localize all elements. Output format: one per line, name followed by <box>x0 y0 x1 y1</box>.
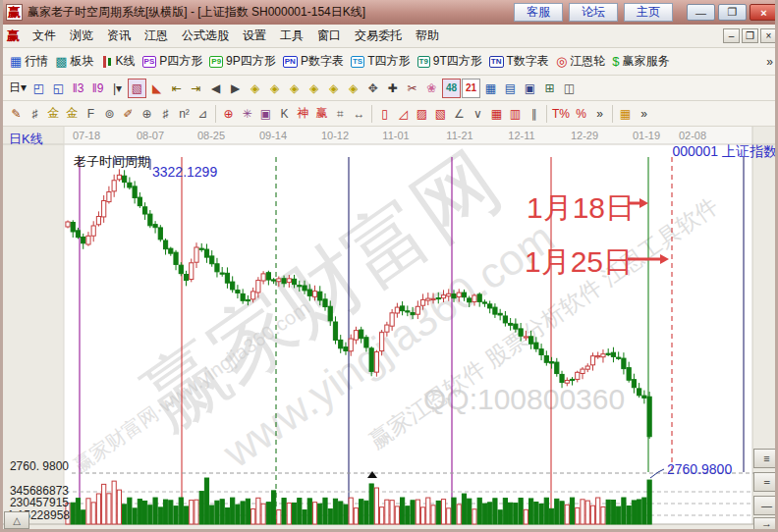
overlay-window-icon[interactable]: ◰ <box>29 79 48 98</box>
shen-tool-icon[interactable]: 神 <box>294 104 312 124</box>
menu-item-tools[interactable]: 工具 <box>273 26 310 46</box>
gann-wheel-button[interactable]: ◎江恩轮 <box>553 51 608 73</box>
menu-item-gann[interactable]: 江恩 <box>138 26 175 46</box>
export-icon[interactable]: ⊞ <box>540 79 559 98</box>
gold-grid-1-icon[interactable]: 金 <box>44 104 63 124</box>
service-button[interactable]: 客服 <box>514 3 563 22</box>
prev-bar-icon[interactable]: ◀ <box>206 79 225 98</box>
spiral-icon[interactable]: ⊚ <box>100 104 119 124</box>
menu-item-settings[interactable]: 设置 <box>236 26 273 46</box>
menu-item-file[interactable]: 文件 <box>26 26 63 46</box>
mdi-restore-button[interactable]: ❐ <box>742 28 758 43</box>
menu-item-help[interactable]: 帮助 <box>409 26 446 46</box>
diamond-shift-left-icon[interactable]: ◈ <box>246 79 264 98</box>
diamond-v-expand-icon[interactable]: ◈ <box>324 79 343 98</box>
gold-grid-2-icon[interactable]: 金 <box>63 104 82 124</box>
forum-button[interactable]: 论坛 <box>569 3 618 22</box>
percent-line-icon[interactable]: % <box>572 104 590 124</box>
yellow-grid-icon[interactable]: ▦ <box>616 104 635 124</box>
next-bar-icon[interactable]: ▶ <box>226 79 245 98</box>
n-square-icon[interactable]: n² <box>175 104 194 124</box>
notepad-icon[interactable]: ▤ <box>501 79 520 98</box>
t-number-table-button[interactable]: TNT数字表 <box>486 51 552 73</box>
pane-arrow-button[interactable]: → <box>753 517 778 530</box>
k-mark-icon[interactable]: K <box>275 104 294 124</box>
width-adjust-icon[interactable]: ↔ <box>350 104 368 124</box>
toolbar1-overflow[interactable]: » <box>762 55 777 69</box>
grid48-icon[interactable]: 48 <box>442 79 461 98</box>
red-grid-icon[interactable]: ▦ <box>487 104 506 124</box>
volume-bar <box>482 504 486 524</box>
first-bar-icon[interactable]: ⇤ <box>167 79 186 98</box>
red-circle-cross-icon[interactable]: ⊕ <box>219 104 238 124</box>
mdi-close-button[interactable]: × <box>760 28 777 43</box>
t-square-button[interactable]: TST四方形 <box>348 51 414 73</box>
user-data-icon[interactable]: ◫ <box>560 79 579 98</box>
restore-button[interactable]: ❐ <box>718 4 747 21</box>
p-number-table-button[interactable]: PNP数字表 <box>280 51 347 73</box>
ying-tool-icon[interactable]: 赢 <box>312 104 331 124</box>
circle-cross-icon[interactable]: ⊕ <box>138 104 156 124</box>
grid-9-icon[interactable]: ‖9 <box>88 79 107 98</box>
pane-split-3-button[interactable]: ≡ <box>753 449 778 468</box>
diamond-shift-right-icon[interactable]: ◈ <box>265 79 284 98</box>
diamond-h-expand-icon[interactable]: ◈ <box>285 79 304 98</box>
drag-hand-icon[interactable]: ✥ <box>363 79 382 98</box>
kline-button[interactable]: K线 <box>98 51 139 73</box>
minimize-button[interactable]: — <box>687 4 715 21</box>
hatch-icon[interactable]: ♯ <box>156 104 175 124</box>
red-grid-box-icon[interactable]: ▨ <box>413 104 431 124</box>
trend-angle-icon[interactable]: ∠ <box>450 104 469 124</box>
toolbar3-overflow-2[interactable]: » <box>635 104 653 124</box>
toolbar3-overflow-1[interactable]: » <box>590 104 609 124</box>
flower-tool-icon[interactable]: ❀ <box>422 79 441 98</box>
sectors-button[interactable]: ▩板块 <box>52 51 96 73</box>
pen-tool-icon[interactable]: ✎ <box>7 104 26 124</box>
highlight-tool-icon[interactable]: ▧ <box>128 79 146 98</box>
quotes-button[interactable]: ▦行情 <box>7 51 51 73</box>
menu-item-news[interactable]: 资讯 <box>100 26 138 46</box>
menu-item-trade[interactable]: 交易委托 <box>348 26 409 46</box>
candle-style-dropdown[interactable]: |▾ <box>108 79 127 98</box>
v-shape-icon[interactable]: ∨ <box>469 104 487 124</box>
color-kline-icon[interactable]: ◣ <box>147 79 166 98</box>
angle-tool-icon[interactable]: ⊿ <box>194 104 212 124</box>
red-box-lines-icon[interactable]: ▧ <box>431 104 450 124</box>
crosshair-icon[interactable]: ✚ <box>383 79 402 98</box>
9t-square-button[interactable]: T99T四方形 <box>415 51 485 73</box>
f-grid-icon[interactable]: F <box>82 104 100 124</box>
period-day-dropdown[interactable]: 日▾ <box>7 79 28 98</box>
last-bar-icon[interactable]: ⇥ <box>187 79 205 98</box>
diamond-h-shrink-icon[interactable]: ◈ <box>305 79 323 98</box>
winner-service-button[interactable]: $赢家服务 <box>609 51 672 73</box>
info-panel-icon[interactable]: ◱ <box>49 79 68 98</box>
save-icon[interactable]: ▣ <box>521 79 539 98</box>
calculator-icon[interactable]: ▦ <box>481 79 500 98</box>
menu-item-window[interactable]: 窗口 <box>310 26 348 46</box>
calendar-21-icon[interactable]: 21 <box>462 79 480 98</box>
mdi-minimize-button[interactable]: – <box>723 28 740 43</box>
home-button[interactable]: 主页 <box>624 3 673 22</box>
box-frame-icon[interactable]: ▯ <box>375 104 394 124</box>
pane-split-2-button[interactable]: ＝ <box>753 472 778 492</box>
chart-canvas[interactable]: 日K线07-1808-0708-2509-1410-1211-0111-2112… <box>3 127 778 532</box>
grid-123-icon[interactable]: ⌗ <box>331 104 350 124</box>
expand-corner-button[interactable]: △ <box>4 511 29 529</box>
red-grid2-icon[interactable]: ▥ <box>506 104 525 124</box>
parallel-lines-icon[interactable]: ∥ <box>525 104 543 124</box>
cut-tool-icon[interactable]: ✂ <box>403 79 421 98</box>
menu-item-browse[interactable]: 浏览 <box>63 26 100 46</box>
pane-split-1-button[interactable]: — <box>753 496 778 515</box>
t-percent-icon[interactable]: T% <box>550 104 572 124</box>
starburst-icon[interactable]: ✳ <box>238 104 256 124</box>
diamond-v-shrink-icon[interactable]: ◈ <box>344 79 362 98</box>
gann-grid-icon[interactable]: ♯ <box>26 104 44 124</box>
brush-icon[interactable]: ✐ <box>119 104 138 124</box>
menu-item-formula-stock-pick[interactable]: 公式选股 <box>175 26 236 46</box>
9p-square-button[interactable]: P99P四方形 <box>206 51 278 73</box>
square-target-icon[interactable]: ▣ <box>256 104 275 124</box>
p-square-button[interactable]: PSP四方形 <box>139 51 206 73</box>
close-button[interactable]: × <box>750 4 778 21</box>
grid-3-icon[interactable]: ‖3 <box>69 79 87 98</box>
gann-fan-icon[interactable]: ◿ <box>394 104 413 124</box>
